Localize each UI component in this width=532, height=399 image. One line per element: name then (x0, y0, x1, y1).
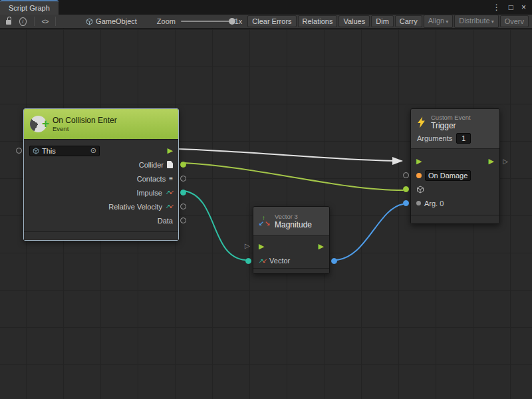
zoom-slider-handle[interactable] (229, 18, 235, 25)
node-trigger-custom-event[interactable]: Custom Event Trigger Arguments 1 ▶ ▶ ▷ (410, 108, 500, 224)
impulse-output-port[interactable] (180, 190, 186, 196)
tab-label: Script Graph (9, 4, 50, 12)
carry-button[interactable]: Carry (395, 15, 422, 27)
vector-input-row: ↗↙ Vector (253, 253, 329, 268)
gameobject-breadcrumb[interactable]: GameObject (86, 17, 137, 25)
node-footer (253, 268, 329, 273)
window-controls: ⋮ □ × (487, 0, 532, 15)
wire-flow[interactable] (178, 149, 402, 161)
flow-row: ▶ ▶ ▷ (411, 154, 499, 168)
lock-icon[interactable] (6, 20, 11, 25)
flow-output-port[interactable]: ▶ (168, 147, 173, 154)
target-row (411, 182, 499, 196)
wire-impulse[interactable] (184, 191, 245, 260)
arguments-count-field[interactable]: 1 (456, 133, 471, 144)
tab-script-graph[interactable]: Script Graph (0, 0, 59, 15)
event-name-input-port[interactable] (403, 172, 409, 178)
align-dropdown[interactable]: Align▾ (424, 15, 453, 28)
wire-collider[interactable] (184, 163, 403, 190)
event-name-field[interactable]: On Damage (425, 170, 471, 181)
target-input-port[interactable] (403, 186, 409, 192)
lightning-icon (416, 116, 426, 128)
zoom-value: 1x (235, 17, 243, 25)
clear-errors-button[interactable]: Clear Errors (247, 15, 296, 27)
object-picker-icon[interactable]: ⊙ (90, 147, 96, 154)
arguments-label: Arguments (417, 134, 452, 142)
output-row-contacts: Contacts ≡ (24, 172, 178, 186)
flow-row: ▷ ▶ ▶ (253, 239, 329, 253)
cube-icon (86, 18, 93, 25)
collider-output-port[interactable] (180, 162, 186, 168)
zoom-slider[interactable] (181, 21, 230, 22)
relations-button[interactable]: Relations (298, 15, 338, 27)
target-object-field[interactable]: This ⊙ (29, 146, 100, 156)
node-body: ▶ ▶ ▷ On Damage (411, 149, 499, 223)
wire-magnitude[interactable] (334, 204, 403, 260)
target-input-port[interactable] (16, 148, 22, 154)
port-label: Vector (269, 257, 290, 265)
node-subtitle: Event (53, 125, 117, 132)
flow-input-port[interactable]: ▶ (259, 243, 264, 250)
chevron-down-icon: ▾ (491, 19, 494, 25)
output-row-impulse: Impulse ↗↙ (24, 186, 178, 200)
collision-event-icon: + (30, 116, 47, 132)
node-footer (411, 215, 499, 223)
dim-button[interactable]: Dim (371, 15, 394, 27)
node-title: On Collision Enter (53, 116, 117, 125)
arg0-input-port[interactable] (403, 200, 409, 206)
menu-icon[interactable]: ⋮ (493, 3, 501, 11)
cube-icon (416, 186, 424, 194)
flow-input-connector[interactable]: ▷ (245, 243, 250, 249)
node-body: ▷ ▶ ▶ ↗↙ Vector (253, 236, 329, 273)
tab-bar: Script Graph ⋮ □ × (0, 0, 532, 15)
chevron-down-icon: ▾ (446, 19, 448, 25)
node-header: Custom Event Trigger Arguments 1 (411, 109, 499, 149)
maximize-icon[interactable]: □ (509, 3, 513, 11)
target-row: This ⊙ ▶ (24, 144, 178, 158)
node-vector3-magnitude[interactable]: ↑ ↙ ↘ Vector 3 Magnitude ▷ ▶ ▶ ↗↙ (253, 206, 330, 274)
toolbar-separator (55, 17, 56, 26)
vector-input-port[interactable] (245, 258, 251, 264)
close-icon[interactable]: × (521, 3, 526, 11)
zoom-label: Zoom (157, 17, 176, 25)
gameobject-label: GameObject (96, 17, 137, 25)
output-row-data: Data (24, 213, 178, 227)
event-node-header: + On Collision Enter Event (24, 109, 178, 140)
graph-toolbar: i <> GameObject Zoom 1x Clear Errors Rel… (0, 15, 532, 29)
cube-icon (33, 148, 39, 154)
node-title: Trigger (431, 121, 471, 130)
collider-icon (167, 161, 173, 168)
code-view-icon[interactable]: <> (42, 18, 49, 25)
node-type-label: Custom Event (431, 114, 471, 121)
graph-canvas[interactable]: + On Collision Enter Event This ⊙ (0, 29, 532, 399)
vector3-icon: ↗↙ (259, 258, 266, 264)
flow-output-port[interactable]: ▶ (489, 158, 494, 165)
toolbar-separator (34, 17, 35, 26)
unity-window: Script Graph ⋮ □ × i <> GameObject Zoom … (0, 0, 532, 399)
relative-velocity-output-port[interactable] (180, 203, 186, 209)
event-name-row: On Damage (411, 168, 499, 182)
arguments-row: Arguments 1 (416, 133, 494, 144)
info-icon[interactable]: i (19, 17, 27, 26)
node-on-collision-enter[interactable]: + On Collision Enter Event This ⊙ (23, 108, 179, 241)
overview-dropdown[interactable]: Overv (500, 15, 529, 27)
flow-output-port[interactable]: ▶ (319, 243, 324, 250)
vector3-icon: ↑ ↙ ↘ (259, 215, 270, 227)
result-output-port[interactable] (331, 258, 337, 264)
output-row-collider: Collider (24, 158, 178, 172)
output-row-relative-velocity: Relative Velocity ↗↙ (24, 200, 178, 213)
port-label: Data (158, 217, 173, 225)
vector3-icon: ↗↙ (166, 203, 173, 209)
data-output-port[interactable] (180, 217, 186, 223)
node-title: Magnitude (275, 220, 312, 229)
contacts-output-port[interactable] (180, 176, 186, 182)
flow-input-port[interactable]: ▶ (416, 158, 422, 165)
flow-output-connector[interactable]: ▷ (503, 158, 508, 165)
node-type-label: Vector 3 (275, 213, 312, 220)
distribute-dropdown[interactable]: Distribute▾ (454, 15, 498, 28)
port-label: Arg. 0 (424, 200, 444, 207)
node-body: This ⊙ ▶ Collider Contacts ≡ Impulse (24, 140, 178, 240)
values-button[interactable]: Values (338, 15, 370, 27)
argument-row: Arg. 0 (411, 196, 499, 210)
port-label: Relative Velocity (108, 203, 162, 211)
